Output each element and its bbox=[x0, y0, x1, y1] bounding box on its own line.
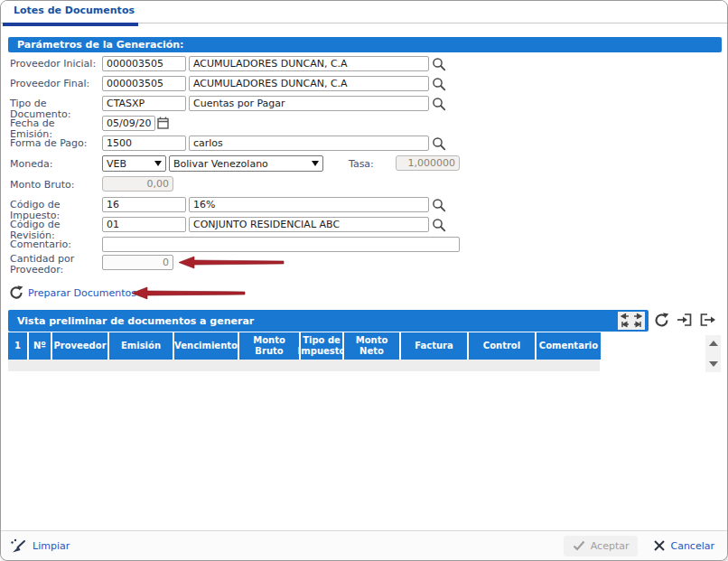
import-icon bbox=[677, 313, 693, 327]
aceptar-button[interactable]: Aceptar bbox=[564, 536, 639, 556]
table-row bbox=[8, 360, 600, 371]
close-icon bbox=[654, 540, 665, 551]
search-icon bbox=[432, 77, 446, 91]
calendar-icon bbox=[157, 117, 169, 129]
proveedor-inicial-code-input[interactable] bbox=[102, 56, 186, 71]
proveedor-final-label: Proveedor Final: bbox=[10, 79, 98, 89]
tipo-documento-lookup-button[interactable] bbox=[432, 97, 446, 111]
forma-pago-label: Forma de Pago: bbox=[10, 138, 98, 149]
moneda-code-select[interactable]: VEB bbox=[102, 155, 166, 172]
resize-columns-button[interactable] bbox=[618, 312, 645, 330]
search-icon bbox=[432, 218, 446, 232]
codigo-impuesto-name-input[interactable] bbox=[189, 197, 429, 212]
chevron-down-icon bbox=[312, 161, 319, 166]
cantidad-proveedor-label: Cantidad por Proveedor: bbox=[10, 254, 98, 276]
cantidad-proveedor-input bbox=[102, 255, 173, 270]
codigo-impuesto-lookup-button[interactable] bbox=[432, 198, 446, 212]
preview-vertical-scrollbar[interactable] bbox=[705, 335, 721, 372]
tasa-input bbox=[396, 155, 460, 171]
search-icon bbox=[432, 136, 446, 151]
search-icon bbox=[432, 198, 446, 212]
comentario-label: Comentario: bbox=[10, 239, 98, 250]
cancelar-label: Cancelar bbox=[670, 540, 714, 552]
tab-strip: Lotes de Documentos bbox=[1, 1, 727, 23]
column-header-tipo-impuesto[interactable]: Tipo de Impuesto bbox=[301, 332, 342, 360]
codigo-revision-code-input[interactable] bbox=[102, 217, 186, 232]
scroll-up-icon[interactable] bbox=[709, 341, 718, 346]
refresh-icon bbox=[9, 285, 23, 300]
preview-title: Vista preliminar de documentos a generar bbox=[17, 315, 254, 327]
proveedor-final-lookup-button[interactable] bbox=[432, 77, 446, 91]
search-icon bbox=[432, 57, 446, 71]
check-icon bbox=[573, 540, 585, 551]
column-header-monto-bruto[interactable]: Monto Bruto bbox=[239, 332, 299, 360]
import-grid-button[interactable] bbox=[677, 313, 693, 327]
footer-bar: Limpiar Aceptar Cancelar bbox=[1, 530, 727, 560]
tipo-documento-code-input[interactable] bbox=[102, 96, 186, 111]
monto-bruto-input bbox=[102, 176, 173, 192]
preparar-documentos-refresh-button[interactable] bbox=[9, 285, 23, 300]
column-header-select[interactable]: 1 bbox=[8, 332, 27, 360]
preview-section-header: Vista preliminar de documentos a generar bbox=[8, 310, 649, 332]
column-header-comentario[interactable]: Comentario bbox=[537, 332, 601, 360]
forma-pago-lookup-button[interactable] bbox=[432, 136, 446, 151]
column-header-vencimiento[interactable]: Vencimiento bbox=[174, 332, 238, 360]
export-icon bbox=[699, 313, 716, 327]
column-header-emision[interactable]: Emisión bbox=[109, 332, 173, 360]
proveedor-final-code-input[interactable] bbox=[102, 76, 186, 91]
proveedor-inicial-label: Proveedor Inicial: bbox=[10, 59, 98, 70]
refresh-icon bbox=[654, 313, 669, 328]
column-header-factura[interactable]: Factura bbox=[401, 332, 467, 360]
tasa-label: Tasa: bbox=[349, 159, 389, 170]
moneda-name-select[interactable]: Bolivar Venezolano bbox=[169, 155, 323, 172]
calendar-picker-button[interactable] bbox=[157, 117, 169, 129]
column-header-monto-neto[interactable]: Monto Neto bbox=[344, 332, 399, 360]
preparar-documentos-link[interactable]: Preparar Documentos bbox=[28, 287, 136, 299]
forma-pago-name-input[interactable] bbox=[189, 136, 429, 151]
preview-refresh-button[interactable] bbox=[654, 313, 669, 328]
column-header-control[interactable]: Control bbox=[469, 332, 535, 360]
aceptar-label: Aceptar bbox=[591, 540, 630, 552]
tab-lotes-de-documentos[interactable]: Lotes de Documentos bbox=[3, 1, 138, 26]
limpiar-button[interactable]: Limpiar bbox=[10, 538, 70, 554]
proveedor-final-name-input[interactable] bbox=[189, 76, 429, 91]
limpiar-label: Limpiar bbox=[33, 540, 70, 552]
comentario-input[interactable] bbox=[102, 237, 460, 252]
column-header-proveedor[interactable]: Proveedor bbox=[52, 332, 107, 360]
moneda-code-value: VEB bbox=[107, 158, 126, 170]
moneda-name-value: Bolivar Venezolano bbox=[173, 158, 268, 170]
tipo-documento-name-input[interactable] bbox=[189, 96, 429, 111]
cancelar-button[interactable]: Cancelar bbox=[650, 536, 718, 556]
moneda-label: Moneda: bbox=[10, 159, 98, 170]
scroll-down-icon[interactable] bbox=[709, 361, 718, 367]
red-annotation-arrow bbox=[179, 256, 285, 269]
search-icon bbox=[432, 97, 446, 111]
proveedor-inicial-name-input[interactable] bbox=[189, 56, 429, 71]
codigo-impuesto-code-input[interactable] bbox=[102, 197, 186, 212]
red-annotation-arrow bbox=[132, 286, 246, 300]
monto-bruto-label: Monto Bruto: bbox=[10, 180, 98, 191]
forma-pago-code-input[interactable] bbox=[102, 136, 186, 151]
fecha-emision-input[interactable] bbox=[102, 116, 155, 131]
column-header-numero[interactable]: Nº bbox=[29, 332, 51, 360]
chevron-down-icon bbox=[154, 161, 162, 166]
lotes-documentos-dialog: Lotes de Documentos Parámetros de la Gen… bbox=[0, 0, 728, 561]
preview-table-header: 1 Nº Proveedor Emisión Vencimiento Monto… bbox=[8, 332, 601, 360]
codigo-revision-lookup-button[interactable] bbox=[432, 218, 446, 232]
codigo-revision-name-input[interactable] bbox=[189, 217, 429, 232]
resize-columns-icon bbox=[621, 312, 642, 330]
params-section-header: Parámetros de la Generación: bbox=[8, 37, 722, 52]
proveedor-inicial-lookup-button[interactable] bbox=[432, 57, 446, 71]
broom-icon bbox=[10, 538, 27, 554]
export-grid-button[interactable] bbox=[699, 313, 716, 327]
